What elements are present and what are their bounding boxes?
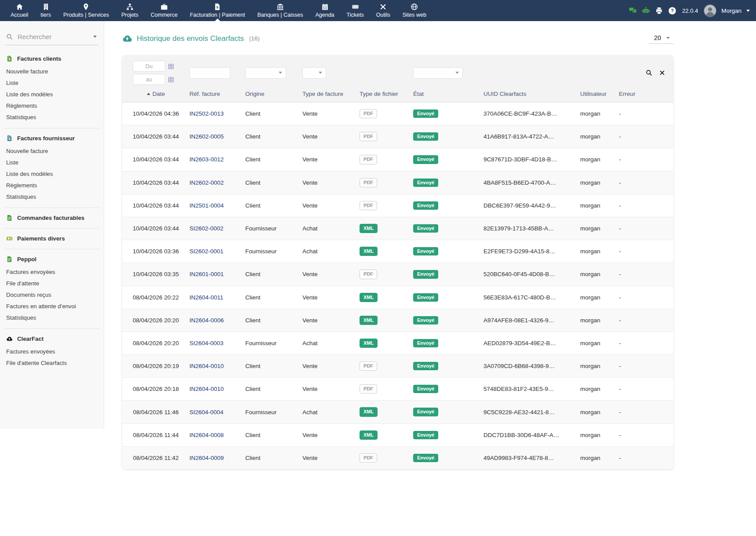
search-input[interactable] (17, 33, 89, 41)
sidebar-item-factures-en-attente-d-envoi[interactable]: Factures en attente d'envoi (5, 300, 98, 312)
sidebar-item-nouvelle-facture[interactable]: Nouvelle facture (5, 145, 98, 157)
version-label: 22.0.4 (682, 7, 698, 14)
user-menu-caret-icon[interactable] (746, 10, 750, 12)
cell-type-facture: Vente (302, 263, 360, 286)
cell-ref: IN2604-0010 (189, 378, 245, 401)
cell-type-fichier: PDF (360, 378, 413, 401)
column-header-type-de-fichier[interactable]: Type de fichier (360, 87, 413, 102)
robot-icon[interactable] (642, 7, 650, 15)
sidebar-item-liste-des-mod-les[interactable]: Liste des modèles (5, 168, 98, 179)
nav-item-tickets[interactable]: Tickets (341, 0, 370, 21)
nav-item-commerce[interactable]: Commerce (145, 0, 184, 21)
sidebar-item-factures-envoy-es[interactable]: Factures envoyées (5, 346, 98, 357)
nav-item-label: Produits | Services (63, 12, 109, 18)
sidebar-item-factures-envoy-es[interactable]: Factures envoyées (5, 266, 98, 277)
cell-utilisateur: morgan (580, 401, 619, 423)
nav-item-agenda[interactable]: Agenda (309, 0, 340, 21)
cell-etat: Envoyé (413, 446, 483, 469)
sidebar-section-title-factures-fournisseur[interactable]: $Factures fournisseur (5, 134, 98, 143)
column-header-uuid-clearfacts[interactable]: UUID Clearfacts (483, 87, 580, 102)
sidebar-item-liste[interactable]: Liste (5, 77, 98, 88)
invoice-ref-link[interactable]: IN2604-0011 (189, 294, 223, 301)
sidebar-section-title-clearfact[interactable]: ClearFact (5, 335, 98, 344)
svg-text:$: $ (9, 137, 11, 141)
page-size-selector[interactable]: 20 (649, 33, 673, 44)
column-header-type-de-facture[interactable]: Type de facture (302, 87, 360, 102)
user-avatar[interactable] (704, 4, 716, 17)
column-header-tat[interactable]: État (413, 87, 483, 102)
invoice-ref-link[interactable]: IN2604-0008 (189, 432, 224, 438)
invoice-ref-link[interactable]: IN2501-0004 (189, 202, 224, 209)
date-to-input[interactable] (133, 74, 165, 85)
sidebar-section-items: Factures envoyéesFile d'attenteDocuments… (5, 266, 98, 323)
nav-item-tiers[interactable]: tiers (34, 0, 57, 21)
calendar-icon[interactable] (168, 63, 174, 69)
table-row: 08/04/2026 11:42IN2604-0009ClientVentePD… (122, 446, 673, 469)
cell-type-facture: Vente (302, 355, 360, 378)
cell-origine: Client (245, 446, 302, 469)
nav-item-produits-services[interactable]: Produits | Services (57, 0, 115, 21)
column-header-utilisateur[interactable]: Utilisateur (580, 87, 619, 102)
invoice-ref-link[interactable]: IN2601-0001 (189, 271, 224, 277)
cell-etat: Envoyé (413, 378, 483, 401)
sidebar-item-file-d-attente[interactable]: File d'attente (5, 277, 98, 289)
section-title-label: ClearFact (17, 335, 44, 342)
nav-item-outils[interactable]: Outils (370, 0, 396, 21)
calendar-icon[interactable] (168, 77, 174, 83)
invoice-ref-link[interactable]: IN2603-0012 (189, 156, 224, 163)
sidebar-section-commandes-facturables: Commandes facturables (4, 208, 99, 228)
sidebar-item-statistiques[interactable]: Statistiques (5, 312, 98, 323)
sidebar-item-liste-des-mod-les[interactable]: Liste des modèles (5, 88, 98, 100)
sidebar-item-r-glements[interactable]: Règlements (5, 100, 98, 111)
nav-item-banques-caisses[interactable]: Banques | Caisses (251, 0, 309, 21)
nav-item-facturation-paiement[interactable]: $Facturation | Paiement (184, 0, 251, 21)
invoice-ref-link[interactable]: IN2602-0002 (189, 179, 224, 186)
invoice-ref-link[interactable]: IN2502-0013 (189, 110, 224, 117)
invoice-ref-link[interactable]: SI2604-0004 (189, 409, 223, 416)
invoice-ref-link[interactable]: IN2604-0006 (189, 317, 224, 324)
column-header-origine[interactable]: Origine (245, 87, 302, 102)
sidebar-item-statistiques[interactable]: Statistiques (5, 111, 98, 123)
cell-type-facture: Vente (302, 125, 360, 148)
sidebar-section-title-peppol[interactable]: Peppol (5, 255, 98, 264)
origine-filter-select[interactable] (245, 67, 286, 79)
search-caret-icon[interactable] (93, 36, 97, 38)
chat-icon[interactable] (629, 7, 637, 15)
nav-item-accueil[interactable]: Accueil (4, 0, 34, 21)
sidebar-item-r-glements[interactable]: Règlements (5, 179, 98, 191)
sidebar-item-nouvelle-facture[interactable]: Nouvelle facture (5, 66, 98, 77)
clear-filter-icon[interactable] (659, 69, 665, 76)
etat-filter-select[interactable] (413, 67, 463, 79)
column-header-date[interactable]: Date (122, 87, 189, 102)
print-icon[interactable] (655, 7, 663, 15)
nav-item-projets[interactable]: Projets (115, 0, 145, 21)
sidebar-section-title-paiements-divers[interactable]: Paiements divers (5, 234, 98, 244)
sidebar-section-title-factures-clients[interactable]: $Factures clients (5, 55, 98, 64)
sidebar-item-statistiques[interactable]: Statistiques (5, 191, 98, 202)
column-header-r-f-facture[interactable]: Réf. facture (189, 87, 245, 102)
sidebar-item-file-d-attente-clearfacts[interactable]: File d'attente Clearfacts (5, 357, 98, 368)
cell-origine: Client (245, 194, 302, 217)
invoice-ref-link[interactable]: SI2604-0003 (189, 340, 223, 346)
nav-item-sites-web[interactable]: Sites web (396, 0, 433, 21)
invoice-ref-link[interactable]: SI2602-0001 (189, 248, 223, 255)
cell-utilisateur: morgan (580, 148, 619, 171)
invoice-ref-link[interactable]: SI2602-0002 (189, 225, 223, 232)
search-filter-icon[interactable] (646, 69, 652, 76)
invoice-ref-link[interactable]: IN2604-0010 (189, 386, 224, 392)
cell-type-facture: Achat (302, 332, 360, 354)
invoice-ref-link[interactable]: IN2604-0010 (189, 363, 224, 369)
nav-item-label: Banques | Caisses (257, 12, 303, 18)
help-icon[interactable]: ? (668, 7, 676, 15)
type-facture-filter-select[interactable] (302, 67, 326, 79)
sidebar-section-title-commandes-facturables[interactable]: Commandes facturables (5, 214, 98, 223)
date-from-input[interactable] (133, 61, 165, 72)
user-name[interactable]: Morgan (721, 7, 741, 14)
ref-filter-input[interactable] (189, 67, 230, 79)
sidebar-item-documents-re-us[interactable]: Documents reçus (5, 289, 98, 300)
invoice-ref-link[interactable]: IN2602-0005 (189, 133, 224, 140)
cell-utilisateur: morgan (580, 286, 619, 309)
invoice-ref-link[interactable]: IN2604-0009 (189, 455, 224, 461)
sidebar-item-liste[interactable]: Liste (5, 157, 98, 168)
column-header-erreur[interactable]: Erreur (619, 87, 673, 102)
